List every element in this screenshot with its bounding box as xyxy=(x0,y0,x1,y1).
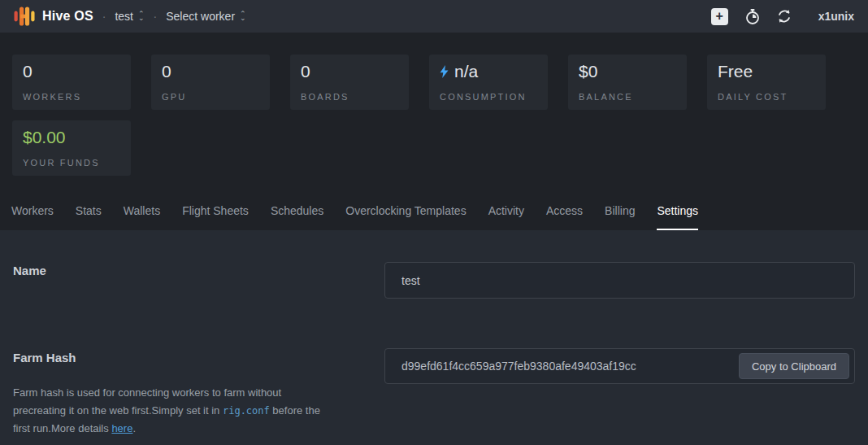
more-details-link[interactable]: here xyxy=(111,422,132,434)
stopwatch-icon xyxy=(745,9,760,24)
stat-card-consumption: n/a CONSUMPTION xyxy=(429,55,548,110)
tab-access[interactable]: Access xyxy=(546,204,583,230)
farm-selector-label: test xyxy=(115,10,133,23)
refresh-button[interactable] xyxy=(777,9,792,24)
stat-card-your-funds: $0.00 YOUR FUNDS xyxy=(12,120,131,176)
name-label: Name xyxy=(13,264,384,277)
farm-tabs: Workers Stats Wallets Flight Sheets Sche… xyxy=(0,176,868,230)
rig-conf-code: rig.conf xyxy=(223,405,270,417)
chevron-updown-icon: ⌃⌄ xyxy=(138,12,145,20)
navbar: Hive OS · test ⌃⌄ · Select worker ⌃⌄ + xyxy=(0,0,868,33)
stat-label: BALANCE xyxy=(579,92,676,102)
tab-overclocking-templates[interactable]: Overclocking Templates xyxy=(345,204,466,230)
stat-label: CONSUMPTION xyxy=(440,92,537,102)
stat-label: BOARDS xyxy=(301,92,398,102)
nav-separator: · xyxy=(102,10,106,23)
stat-card-gpu: 0 GPU xyxy=(151,55,270,110)
stat-label: GPU xyxy=(162,92,259,102)
tab-settings[interactable]: Settings xyxy=(657,204,698,230)
stat-value: 0 xyxy=(162,62,259,81)
stat-value: $0 xyxy=(579,62,676,81)
stat-value: Free xyxy=(718,62,815,81)
stat-value: 0 xyxy=(23,62,120,81)
stat-card-boards: 0 BOARDS xyxy=(290,55,409,110)
tab-workers[interactable]: Workers xyxy=(11,204,54,230)
brand[interactable]: Hive OS xyxy=(14,6,93,27)
farm-name-input[interactable] xyxy=(384,262,855,299)
tab-flight-sheets[interactable]: Flight Sheets xyxy=(182,204,249,230)
refresh-icon xyxy=(777,9,792,24)
tab-billing[interactable]: Billing xyxy=(605,204,635,230)
brand-name: Hive OS xyxy=(42,9,93,24)
timer-button[interactable] xyxy=(745,9,760,24)
username[interactable]: x1unix xyxy=(818,10,854,23)
farm-selector-dropdown[interactable]: test ⌃⌄ xyxy=(115,10,144,23)
plus-icon: + xyxy=(715,10,723,23)
stat-label: YOUR FUNDS xyxy=(23,158,120,168)
copy-to-clipboard-button[interactable]: Copy to Clipboard xyxy=(739,353,849,379)
farm-hash-value: d99efd61f4cc659a977feb9380afe49403af19cc xyxy=(385,360,739,373)
hiveos-logo-icon xyxy=(14,6,35,27)
tab-schedules[interactable]: Schedules xyxy=(271,204,323,230)
tab-activity[interactable]: Activity xyxy=(488,204,524,230)
stat-value: n/a xyxy=(454,62,478,81)
stats-section: 0 WORKERS 0 GPU 0 BOARDS n/a CONSUMPTION… xyxy=(0,33,868,176)
stat-value: 0 xyxy=(301,62,398,81)
stat-card-workers: 0 WORKERS xyxy=(12,55,131,110)
stat-label: DAILY COST xyxy=(718,92,815,102)
worker-selector-label: Select worker xyxy=(166,10,235,23)
tab-stats[interactable]: Stats xyxy=(76,204,102,230)
chevron-updown-icon: ⌃⌄ xyxy=(240,12,246,20)
farm-hash-help-text: Farm hash is used for connecting workers… xyxy=(13,384,332,438)
stat-value: $0.00 xyxy=(23,128,120,147)
help-text-part: . xyxy=(132,422,136,434)
farm-hash-label: Farm Hash xyxy=(13,351,384,364)
stat-card-daily-cost: Free DAILY COST xyxy=(707,55,826,110)
stat-label: WORKERS xyxy=(23,92,120,102)
settings-panel: Name Farm Hash Farm hash is used for con… xyxy=(0,230,868,445)
tab-wallets[interactable]: Wallets xyxy=(124,204,160,230)
add-button[interactable]: + xyxy=(711,8,728,25)
stat-card-balance: $0 BALANCE xyxy=(568,55,687,110)
lightning-bolt-icon xyxy=(440,65,449,78)
farm-hash-field: d99efd61f4cc659a977feb9380afe49403af19cc… xyxy=(384,348,855,384)
nav-separator: · xyxy=(154,10,158,23)
worker-selector-dropdown[interactable]: Select worker ⌃⌄ xyxy=(166,10,245,23)
